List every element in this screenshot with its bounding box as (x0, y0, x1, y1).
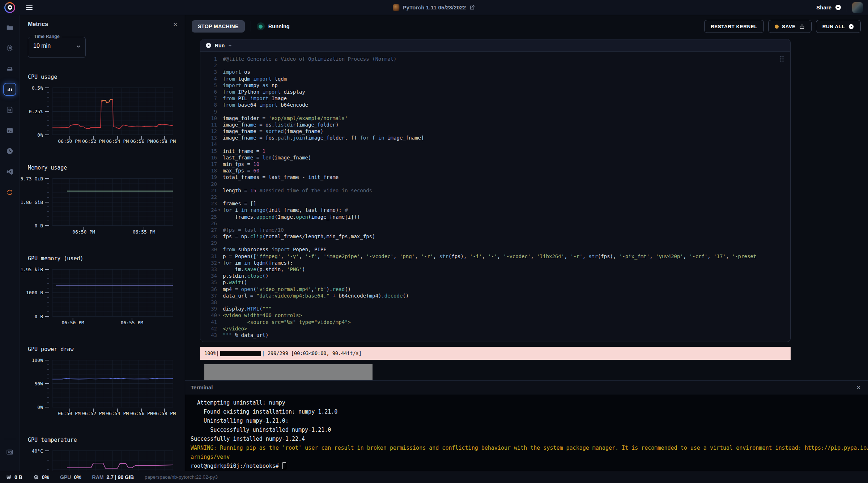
play-circle-icon (848, 23, 854, 30)
paperspace-logo-icon[interactable] (4, 2, 15, 13)
code-line[interactable]: 2 (200, 62, 790, 69)
code-line[interactable]: 32▾for im in tqdm(frames): (200, 260, 790, 266)
video-output-placeholder[interactable] (204, 364, 373, 380)
code-line[interactable]: 3import os (200, 69, 790, 75)
code-line[interactable]: 36mp4 = open('video_normal.mp4','rb').re… (200, 286, 790, 292)
code-line[interactable]: 35p.wait() (200, 279, 790, 286)
code-line[interactable]: 38 (200, 299, 790, 305)
rail-screen-search-icon[interactable] (3, 446, 16, 459)
share-label: Share (816, 4, 831, 10)
code-line[interactable]: 16last_frame = len(image_fname) (200, 154, 790, 161)
fold-arrow-icon[interactable]: ▾ (217, 312, 221, 319)
code-line[interactable]: 41 <source src="%s" type="video/mp4"> (200, 319, 790, 325)
code-line[interactable]: 19total_frames = last_frame - init_frame (200, 174, 790, 180)
code-line[interactable]: 22 (200, 194, 790, 200)
fold-spacer (217, 187, 221, 194)
code-line[interactable]: 37data_url = "data:video/mp4;base64," + … (200, 292, 790, 299)
code-line[interactable]: 7from PIL import Image (200, 95, 790, 102)
cell-output-progress: 100%|| 299/299 [00:03<00:00, 90.44it/s] (200, 347, 791, 360)
time-range-select[interactable]: Time Range 10 min (28, 37, 86, 58)
chart-title: CPU usage (28, 74, 185, 80)
terminal-prompt[interactable]: root@ngdrkp9i0j:/notebooks# (191, 462, 868, 471)
share-button[interactable]: Share (816, 4, 842, 11)
svg-text:0 B: 0 B (35, 314, 43, 319)
metrics-close-icon[interactable]: ✕ (173, 22, 178, 27)
svg-text:0.5%: 0.5% (32, 85, 43, 91)
code-line[interactable]: 20 (200, 181, 790, 187)
code-line[interactable]: 25 frames.append(Image.open(image_fname[… (200, 214, 790, 220)
fold-spacer (217, 266, 221, 273)
fold-arrow-icon[interactable]: ▾ (217, 207, 221, 213)
code-line[interactable]: 8from base64 import b64encode (200, 102, 790, 108)
chart-title: Memory usage (28, 164, 185, 171)
code-line[interactable]: 40▾<video width=400 controls> (200, 312, 790, 319)
svg-text:06:50 PM: 06:50 PM (58, 138, 81, 144)
rail-files-icon[interactable] (3, 21, 16, 34)
user-avatar[interactable] (852, 2, 863, 13)
code-line[interactable]: 33 im.save(p.stdin, 'PNG') (200, 266, 790, 273)
code-line[interactable]: 39display.HTML(""" (200, 305, 790, 312)
unsaved-changes-dot-icon (775, 25, 779, 29)
notebook-canvas[interactable]: Run 1#@title Generate a Video of Optimiz… (185, 38, 868, 380)
save-button[interactable]: SAVE (768, 20, 812, 33)
code-line[interactable]: 42</video> (200, 325, 790, 332)
terminal-close-icon[interactable]: ✕ (856, 385, 861, 390)
code-line[interactable]: 43""" % data_url) (200, 332, 790, 338)
code-line[interactable]: 6from IPython import display (200, 89, 790, 95)
code-text: min_fps = 10 (223, 161, 790, 167)
progress-suffix: | 299/299 [00:03<00:00, 90.44it/s] (262, 350, 362, 356)
edit-title-icon[interactable] (469, 5, 475, 10)
rail-jupyter-icon[interactable] (3, 186, 16, 199)
code-text: image_fname = sorted(image_fname) (223, 128, 790, 134)
rail-compute-icon[interactable] (3, 42, 16, 55)
code-line[interactable]: 10image_folder = 'exp/smpl/example/norma… (200, 115, 790, 121)
code-line[interactable]: 4from tqdm import tqdm (200, 76, 790, 82)
rail-datasets-icon[interactable] (3, 62, 16, 75)
code-line[interactable]: 13image_fname = [os.path.join(image_fold… (200, 134, 790, 141)
code-line[interactable]: 26 (200, 220, 790, 227)
rail-terminal-icon[interactable] (3, 124, 16, 137)
run-cell-label[interactable]: Run (215, 43, 225, 48)
code-text (223, 220, 790, 227)
svg-text:06:54 PM: 06:54 PM (106, 411, 129, 416)
cell-drag-handle-icon[interactable] (779, 55, 784, 63)
code-line[interactable]: 23frames = [] (200, 200, 790, 207)
code-line[interactable]: 31p = Popen(['ffmpeg', '-y', '-f', 'imag… (200, 253, 790, 260)
code-line[interactable]: 5import numpy as np (200, 82, 790, 89)
fold-arrow-icon[interactable]: ▾ (217, 260, 221, 266)
code-text: frames.append(Image.open(image_fname[i])… (223, 214, 790, 220)
code-line[interactable]: 15init_frame = 1 (200, 148, 790, 154)
code-line[interactable]: 29 (200, 240, 790, 246)
code-line[interactable]: 24▾for i in range(init_frame, last_frame… (200, 207, 790, 213)
code-line[interactable]: 11image_fname = os.listdir(image_folder) (200, 121, 790, 128)
run-all-button[interactable]: RUN ALL (816, 20, 861, 33)
code-line[interactable]: 12image_fname = sorted(image_fname) (200, 128, 790, 134)
code-line[interactable]: 1#@title Generate a Video of Optimizatio… (200, 56, 790, 62)
notebook-toolbar: STOP MACHINE Running RESTART KERNEL SAVE (185, 15, 868, 38)
terminal-output[interactable]: Attempting uninstall: numpy Found existi… (185, 394, 868, 471)
fold-spacer (217, 89, 221, 95)
run-options-chevron-icon[interactable] (228, 43, 232, 48)
fold-spacer (217, 233, 221, 240)
menu-icon[interactable] (26, 4, 33, 11)
rail-vscode-icon[interactable] (3, 165, 16, 178)
code-line[interactable]: 30from subprocess import Popen, PIPE (200, 246, 790, 253)
rail-logs-icon[interactable] (3, 103, 16, 116)
notebook-title[interactable]: PyTorch 1.11 05/23/2022 (403, 4, 466, 10)
rail-history-icon[interactable] (3, 145, 16, 158)
code-line[interactable]: 27#fps = last_frame/10 (200, 227, 790, 233)
rail-metrics-icon[interactable] (3, 83, 16, 96)
code-line[interactable]: 28fps = np.clip(total_frames/length,min_… (200, 233, 790, 240)
run-cell-button[interactable] (205, 42, 212, 48)
code-line[interactable]: 9 (200, 108, 790, 115)
code-line[interactable]: 34p.stdin.close() (200, 273, 790, 279)
code-line[interactable]: 21length = 15 #Desired time of the video… (200, 187, 790, 194)
ram-usage: RAM 2.7 | 90 GiB (92, 474, 134, 480)
code-line[interactable]: 18max_fps = 60 (200, 167, 790, 174)
restart-kernel-button[interactable]: RESTART KERNEL (704, 20, 764, 33)
code-line[interactable]: 14 (200, 141, 790, 148)
code-line[interactable]: 17min_fps = 10 (200, 161, 790, 167)
fold-spacer (217, 240, 221, 246)
stop-machine-button[interactable]: STOP MACHINE (192, 20, 245, 33)
code-editor[interactable]: 1#@title Generate a Video of Optimizatio… (200, 52, 790, 342)
